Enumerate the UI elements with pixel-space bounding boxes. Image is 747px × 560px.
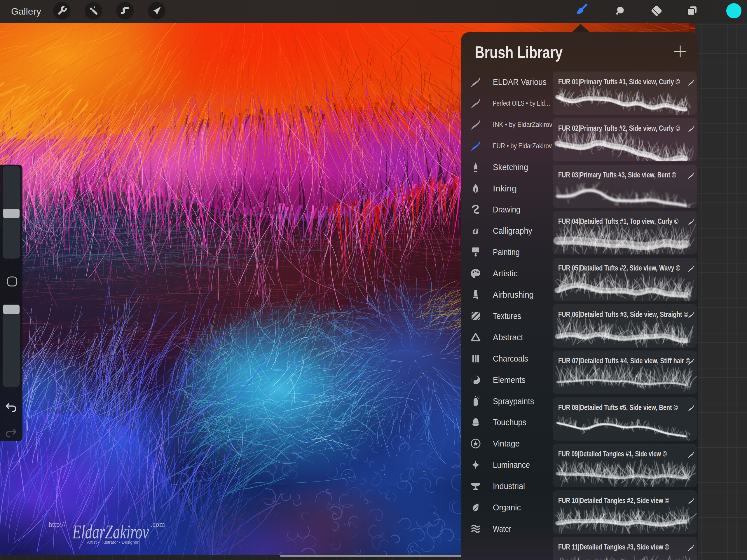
svg-text:FUR 09|Detailed Tangles #1, Si: FUR 09|Detailed Tangles #1, Side view © bbox=[558, 450, 667, 458]
svg-text:Airbrushing: Airbrushing bbox=[493, 290, 534, 299]
svg-text:Artist • Illustrator • Designe: Artist • Illustrator • Designer bbox=[87, 540, 138, 544]
svg-text:http://: http:// bbox=[48, 520, 66, 528]
svg-text:FUR 05|Detailed Tufts #2, Side: FUR 05|Detailed Tufts #2, Side view, Wav… bbox=[558, 263, 680, 272]
svg-text:FUR 07|Detailed Tufts #4, Side: FUR 07|Detailed Tufts #4, Side view, Sti… bbox=[558, 356, 690, 365]
svg-text:Elements: Elements bbox=[493, 375, 525, 385]
svg-text:Calligraphy: Calligraphy bbox=[493, 226, 532, 235]
svg-text:Drawing: Drawing bbox=[493, 205, 520, 214]
svg-text:Touchups: Touchups bbox=[493, 417, 526, 427]
svg-text:FUR 02|Primary Tufts #2, Side: FUR 02|Primary Tufts #2, Side view, Curl… bbox=[558, 124, 680, 132]
svg-text:ELDAR Various: ELDAR Various bbox=[493, 77, 546, 87]
svg-text:Inking: Inking bbox=[493, 184, 517, 193]
svg-text:Painting: Painting bbox=[493, 248, 520, 257]
svg-text:FUR 06|Detailed Tufts #3, Side: FUR 06|Detailed Tufts #3, Side view, Str… bbox=[558, 310, 688, 319]
svg-text:EldarZakirov: EldarZakirov bbox=[72, 520, 149, 543]
svg-text:INK • by EldarZakirov: INK • by EldarZakirov bbox=[493, 121, 552, 128]
svg-text:Textures: Textures bbox=[493, 311, 521, 321]
svg-text:FUR 01|Primary Tufts #1, Side: FUR 01|Primary Tufts #1, Side view, Curl… bbox=[558, 77, 680, 86]
svg-text:Industrial: Industrial bbox=[493, 482, 525, 491]
svg-text:Abstract: Abstract bbox=[493, 333, 523, 342]
svg-text:.com: .com bbox=[151, 520, 165, 528]
svg-text:FUR 03|Primary Tufts #3, Side: FUR 03|Primary Tufts #3, Side view, Bent… bbox=[558, 171, 676, 179]
svg-text:FUR 10|Detailed Tangles #2, Si: FUR 10|Detailed Tangles #2, Side view © bbox=[558, 496, 669, 505]
svg-text:Perfect OILS • by Eld…: Perfect OILS • by Eld… bbox=[493, 100, 550, 107]
svg-text:Vintage: Vintage bbox=[493, 439, 520, 448]
svg-text:FUR • by EldarZakirov: FUR • by EldarZakirov bbox=[493, 142, 552, 150]
svg-text:Artistic: Artistic bbox=[493, 269, 518, 278]
svg-text:Brush Library: Brush Library bbox=[475, 43, 563, 61]
svg-text:FUR 11|Detailed Tangles #3, Si: FUR 11|Detailed Tangles #3, Side view © bbox=[558, 542, 669, 551]
svg-text:Gallery: Gallery bbox=[11, 6, 42, 17]
svg-text:Water: Water bbox=[493, 524, 511, 533]
svg-text:Charcoals: Charcoals bbox=[493, 354, 528, 363]
svg-text:FUR 08|Detailed Tufts #5, Side: FUR 08|Detailed Tufts #5, Side view, Ben… bbox=[558, 403, 678, 412]
svg-text:a: a bbox=[473, 224, 479, 237]
svg-text:Luminance: Luminance bbox=[493, 460, 530, 469]
svg-text:Sketching: Sketching bbox=[493, 162, 528, 172]
svg-text:Organic: Organic bbox=[493, 503, 521, 512]
svg-text:FUR 04|Detailed Tufts #1, Top: FUR 04|Detailed Tufts #1, Top view, Curl… bbox=[558, 217, 678, 226]
svg-text:Spraypaints: Spraypaints bbox=[493, 397, 534, 406]
